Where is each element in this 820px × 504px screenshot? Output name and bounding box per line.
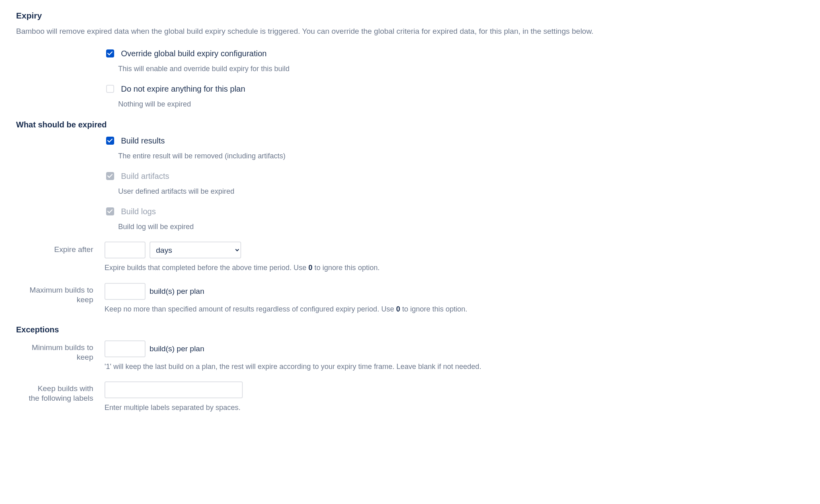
empty-label xyxy=(16,84,105,86)
expire-after-helper-suffix: to ignore this option. xyxy=(312,264,379,272)
build-results-row: Build results The entire result will be … xyxy=(16,135,804,161)
build-artifacts-checkbox-row: Build artifacts xyxy=(105,171,804,182)
build-logs-row: Build logs Build log will be expired xyxy=(16,206,804,232)
keep-labels-label-line2: the following labels xyxy=(29,394,93,402)
expiry-heading: Expiry xyxy=(16,10,804,22)
expire-after-row: Expire after days Expire builds that com… xyxy=(16,242,804,273)
build-logs-content: Build logs Build log will be expired xyxy=(105,206,804,232)
min-builds-input[interactable] xyxy=(105,340,146,357)
do-not-expire-row: Do not expire anything for this plan Not… xyxy=(16,84,804,109)
max-builds-label-line1: Maximum builds to xyxy=(30,286,93,294)
empty-label xyxy=(16,171,105,173)
exceptions-heading: Exceptions xyxy=(16,324,804,336)
keep-labels-input[interactable] xyxy=(105,381,243,398)
do-not-expire-checkbox-row[interactable]: Do not expire anything for this plan xyxy=(105,84,804,95)
expire-after-inline: days xyxy=(105,242,804,258)
min-builds-label-line2: keep xyxy=(77,353,93,361)
build-artifacts-content: Build artifacts User defined artifacts w… xyxy=(105,171,804,197)
max-builds-input[interactable] xyxy=(105,283,146,300)
min-builds-label: Minimum builds to keep xyxy=(16,340,105,363)
min-builds-helper: '1' will keep the last build on a plan, … xyxy=(105,361,804,372)
build-artifacts-checkbox-label: Build artifacts xyxy=(121,170,169,182)
build-results-checkbox[interactable] xyxy=(106,137,114,145)
expire-after-unit-select[interactable]: days xyxy=(150,242,241,258)
do-not-expire-helper: Nothing will be expired xyxy=(118,99,804,109)
expire-after-input[interactable] xyxy=(105,242,146,258)
empty-label xyxy=(16,135,105,138)
keep-labels-label: Keep builds with the following labels xyxy=(16,381,105,404)
build-results-content: Build results The entire result will be … xyxy=(105,135,804,161)
max-builds-helper-suffix: to ignore this option. xyxy=(400,305,467,313)
expire-after-helper-prefix: Expire builds that completed before the … xyxy=(105,264,308,272)
do-not-expire-checkbox-label: Do not expire anything for this plan xyxy=(121,83,245,95)
do-not-expire-content: Do not expire anything for this plan Not… xyxy=(105,84,804,109)
build-logs-checkbox-label: Build logs xyxy=(121,206,156,217)
override-content: Override global build expiry configurati… xyxy=(105,48,804,74)
build-results-checkbox-row[interactable]: Build results xyxy=(105,135,804,147)
keep-labels-row: Keep builds with the following labels En… xyxy=(16,381,804,413)
max-builds-helper: Keep no more than specified amount of re… xyxy=(105,304,804,314)
build-artifacts-helper: User defined artifacts will be expired xyxy=(118,186,804,197)
min-builds-inline: build(s) per plan xyxy=(105,340,804,357)
max-builds-helper-prefix: Keep no more than specified amount of re… xyxy=(105,305,396,313)
override-row: Override global build expiry configurati… xyxy=(16,48,804,74)
expiry-description: Bamboo will remove expired data when the… xyxy=(16,26,804,37)
build-artifacts-row: Build artifacts User defined artifacts w… xyxy=(16,171,804,197)
do-not-expire-checkbox[interactable] xyxy=(106,85,114,93)
override-checkbox[interactable] xyxy=(106,49,114,57)
empty-label xyxy=(16,48,105,51)
max-builds-helper-bold: 0 xyxy=(396,305,400,313)
keep-labels-content: Enter multiple labels separated by space… xyxy=(105,381,804,413)
max-builds-inline: build(s) per plan xyxy=(105,283,804,300)
max-builds-suffix: build(s) per plan xyxy=(150,286,204,297)
min-builds-suffix: build(s) per plan xyxy=(150,343,204,354)
build-logs-checkbox xyxy=(106,207,114,215)
min-builds-content: build(s) per plan '1' will keep the last… xyxy=(105,340,804,372)
expire-after-label: Expire after xyxy=(16,242,105,255)
build-logs-checkbox-row: Build logs xyxy=(105,206,804,217)
build-results-checkbox-label: Build results xyxy=(121,135,165,147)
empty-label xyxy=(16,206,105,209)
keep-labels-helper: Enter multiple labels separated by space… xyxy=(105,402,804,413)
keep-labels-label-line1: Keep builds with xyxy=(38,384,93,393)
expire-after-helper: Expire builds that completed before the … xyxy=(105,262,804,273)
max-builds-label: Maximum builds to keep xyxy=(16,283,105,305)
max-builds-label-line2: keep xyxy=(77,295,93,304)
override-helper: This will enable and override build expi… xyxy=(118,64,804,74)
expire-after-helper-bold: 0 xyxy=(308,264,312,272)
max-builds-row: Maximum builds to keep build(s) per plan… xyxy=(16,283,804,314)
max-builds-content: build(s) per plan Keep no more than spec… xyxy=(105,283,804,314)
min-builds-row: Minimum builds to keep build(s) per plan… xyxy=(16,340,804,372)
what-expired-heading: What should be expired xyxy=(16,119,804,131)
override-checkbox-label: Override global build expiry configurati… xyxy=(121,48,266,59)
expire-after-content: days Expire builds that completed before… xyxy=(105,242,804,273)
build-artifacts-checkbox xyxy=(106,172,114,180)
override-checkbox-row[interactable]: Override global build expiry configurati… xyxy=(105,48,804,59)
min-builds-label-line1: Minimum builds to xyxy=(32,343,93,352)
build-results-helper: The entire result will be removed (inclu… xyxy=(118,151,804,161)
build-logs-helper: Build log will be expired xyxy=(118,221,804,232)
